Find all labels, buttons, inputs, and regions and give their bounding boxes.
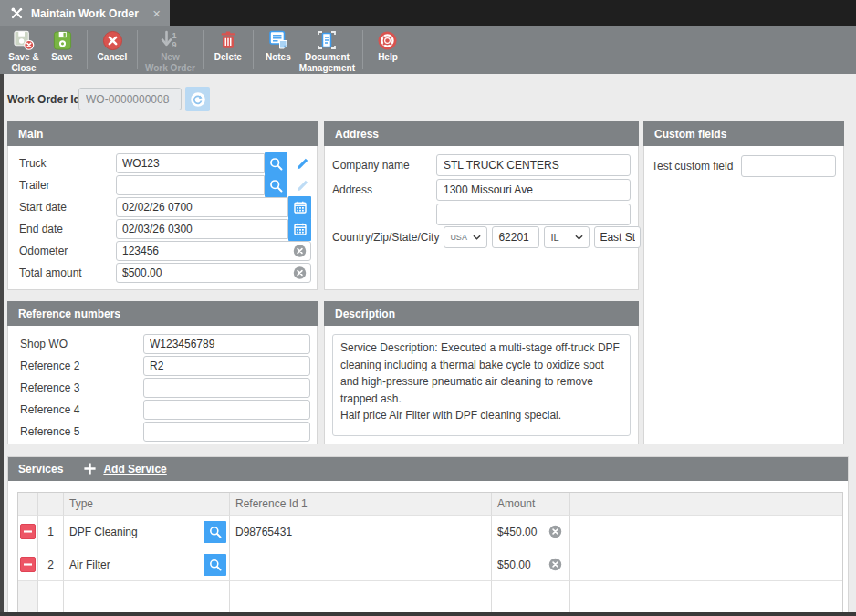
custom-fields-panel-header: Custom fields — [643, 121, 844, 146]
truck-search-button[interactable] — [265, 152, 287, 175]
service-row-number: 1 — [38, 515, 64, 548]
address-input[interactable] — [436, 179, 631, 201]
clear-icon — [293, 266, 307, 280]
tab-close-icon[interactable]: × — [152, 6, 161, 20]
state-select[interactable]: IL — [544, 226, 590, 248]
work-order-id-input[interactable] — [78, 88, 182, 110]
clear-icon — [293, 245, 307, 258]
save-close-button[interactable]: Save & Close — [6, 26, 41, 74]
description-textarea[interactable]: Service Description: Executed a multi-st… — [332, 334, 631, 436]
total-amount-row: Total amount — [8, 262, 317, 284]
total-amount-input[interactable] — [116, 263, 311, 283]
description-panel-header: Description — [324, 301, 639, 326]
amount-clear-button[interactable] — [548, 558, 562, 571]
city-input[interactable] — [594, 226, 641, 248]
custom-field-row: Test custom field — [644, 155, 843, 177]
trailer-search-button[interactable] — [265, 174, 287, 197]
notes-icon — [267, 29, 289, 51]
remove-service-button[interactable] — [20, 557, 36, 572]
calendar-icon — [293, 200, 308, 214]
tab-maintain-work-order[interactable]: Maintain Work Order × — [0, 0, 170, 26]
zip-input[interactable] — [492, 226, 539, 248]
description-panel: Description Service Description: Execute… — [324, 301, 639, 444]
save-button[interactable]: Save — [45, 26, 79, 74]
service-type-value[interactable]: Air Filter — [69, 559, 110, 571]
remove-service-button[interactable] — [20, 524, 36, 539]
save-icon — [52, 29, 73, 51]
reference2-row: Reference 2 — [8, 355, 317, 377]
col-number-header — [38, 493, 64, 515]
search-icon — [208, 525, 223, 539]
start-date-input[interactable] — [116, 197, 288, 217]
service-amount-value[interactable]: $450.00 — [497, 526, 537, 538]
reference2-input[interactable] — [143, 356, 310, 376]
service-reference-value[interactable] — [230, 548, 492, 580]
trailer-row: Trailer — [8, 174, 317, 196]
reference4-label: Reference 4 — [20, 403, 143, 416]
service-extra-cell — [570, 548, 842, 580]
reference4-row: Reference 4 — [8, 399, 317, 421]
service-amount-value[interactable]: $50.00 — [497, 559, 531, 571]
clear-icon — [548, 525, 562, 538]
custom-field-input[interactable] — [741, 155, 836, 177]
window-left-border — [0, 74, 4, 616]
custom-field-label: Test custom field — [652, 160, 741, 172]
cancel-button[interactable]: Cancel — [95, 26, 130, 74]
start-date-calendar-button[interactable] — [288, 196, 311, 219]
start-date-label: Start date — [19, 201, 116, 214]
country-zip-state-city-row: Country/Zip/State/City USA IL — [325, 226, 638, 248]
company-name-input[interactable] — [436, 154, 631, 176]
reference3-row: Reference 3 — [8, 377, 317, 399]
shop-wo-input[interactable] — [143, 334, 310, 354]
start-date-row: Start date — [8, 196, 317, 218]
document-management-button[interactable]: Document Management — [299, 26, 355, 74]
truck-edit-pencil-icon[interactable] — [295, 156, 311, 172]
reference5-label: Reference 5 — [20, 425, 143, 438]
trailer-edit-pencil-icon — [295, 178, 311, 193]
company-name-row: Company name — [325, 154, 638, 176]
main-panel-header: Main — [7, 121, 318, 146]
add-service-link[interactable]: Add Service — [103, 463, 166, 475]
amount-clear-button[interactable] — [548, 525, 562, 538]
trailer-label: Trailer — [19, 179, 116, 192]
total-amount-clear-button[interactable] — [293, 266, 307, 280]
work-order-id-label: Work Order Id — [7, 93, 80, 106]
address-label: Address — [332, 183, 436, 196]
reference5-input[interactable] — [143, 422, 310, 442]
end-date-calendar-button[interactable] — [288, 218, 311, 241]
service-row-number: 2 — [38, 548, 64, 580]
col-reference-header: Reference Id 1 — [230, 493, 492, 515]
odometer-input[interactable] — [116, 241, 311, 261]
reference4-input[interactable] — [143, 400, 310, 420]
document-management-label: Document Management — [299, 52, 355, 74]
end-date-input[interactable] — [116, 219, 288, 239]
service-type-search-button[interactable] — [204, 554, 226, 576]
auto-number-button[interactable] — [185, 87, 210, 111]
reference3-input[interactable] — [143, 378, 310, 398]
address2-input[interactable] — [436, 204, 631, 225]
service-type-value[interactable]: DPF Cleaning — [69, 526, 138, 538]
delete-button[interactable]: Delete — [211, 26, 245, 74]
plus-icon[interactable] — [83, 462, 97, 475]
address-panel-header: Address — [324, 121, 639, 146]
save-close-label: Save & Close — [8, 52, 38, 74]
service-reference-value[interactable]: D98765431 — [230, 515, 492, 548]
svg-text:9: 9 — [172, 40, 177, 49]
odometer-label: Odometer — [19, 245, 116, 257]
address-row: Address — [325, 179, 638, 201]
service-row-1: 1 DPF Cleaning D98765431 $450.00 — [18, 515, 842, 548]
help-button[interactable]: Help — [371, 26, 405, 74]
svg-text:1: 1 — [172, 31, 177, 40]
country-select[interactable]: USA — [444, 226, 487, 248]
truck-input[interactable] — [116, 153, 265, 173]
save-close-icon — [13, 29, 36, 51]
odometer-clear-button[interactable] — [293, 245, 307, 258]
tools-icon — [10, 6, 24, 20]
calendar-icon — [293, 222, 308, 236]
clear-icon — [548, 558, 562, 571]
chevron-down-icon — [575, 235, 583, 240]
toolbar-separator — [87, 30, 88, 69]
notes-button[interactable]: Notes — [261, 26, 296, 74]
service-type-search-button[interactable] — [204, 521, 226, 543]
trailer-input[interactable] — [116, 175, 265, 195]
